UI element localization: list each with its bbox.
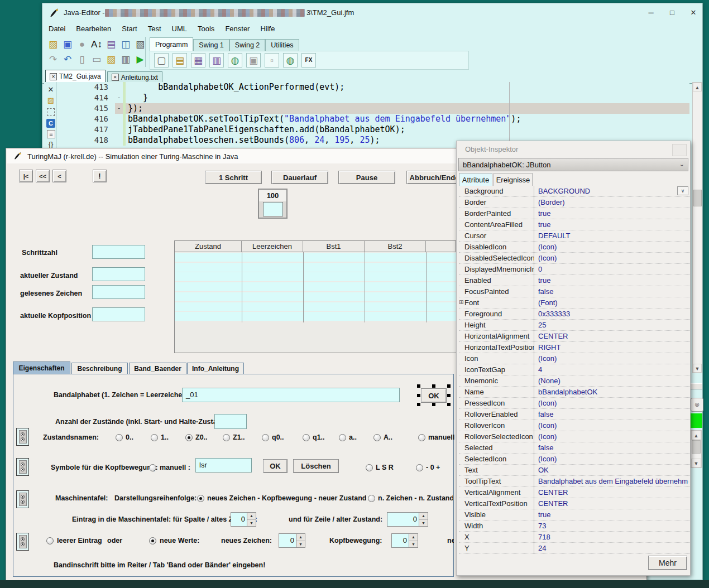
zustandsnamen-radio-0[interactable] bbox=[116, 434, 123, 441]
kopf-symbols-input[interactable]: lsr bbox=[195, 458, 252, 473]
machine-table[interactable]: ZustandLeerzeichenBst1Bst2 bbox=[174, 240, 457, 353]
tab-beschreibung[interactable]: Beschreibung bbox=[71, 363, 128, 374]
menu-item-hilfe[interactable]: Hilfe bbox=[260, 23, 275, 35]
font-size-icon[interactable]: A↕ bbox=[90, 38, 103, 50]
fold-marker-icon[interactable]: - bbox=[115, 93, 123, 103]
mehr-button[interactable]: Mehr bbox=[648, 556, 687, 570]
save-icon[interactable]: ▣ bbox=[61, 38, 74, 50]
menu-item-tools[interactable]: Tools bbox=[198, 23, 214, 35]
attribute-value[interactable]: (Icon) bbox=[538, 399, 688, 407]
menu-item-start[interactable]: Start bbox=[122, 23, 137, 35]
transport-button-0[interactable]: |< bbox=[19, 170, 33, 182]
maximize-button-icon[interactable]: □ bbox=[665, 7, 679, 18]
attribute-value[interactable]: CENTER bbox=[538, 332, 688, 340]
table-row[interactable] bbox=[175, 272, 456, 281]
attribute-value[interactable]: false bbox=[538, 287, 688, 296]
zustandsnamen-radio-2[interactable] bbox=[185, 434, 193, 441]
tab-eigenschaften[interactable]: Eigenschaften bbox=[13, 362, 70, 374]
palette-tab-utilities[interactable]: Utilities bbox=[265, 39, 299, 51]
neues-zeichen-spinner[interactable]: 0 ▲▼ bbox=[279, 533, 305, 548]
run-icon[interactable]: ▶ bbox=[134, 53, 146, 65]
console-icon[interactable]: ▦ bbox=[191, 53, 205, 68]
menu-item-fenster[interactable]: Fenster bbox=[225, 23, 250, 35]
bandalphabet-ok-button[interactable]: OK bbox=[421, 388, 447, 403]
attribute-row-mnemonic[interactable]: Mnemonic(None) bbox=[459, 375, 690, 387]
attribute-value[interactable]: (Icon) bbox=[538, 254, 688, 262]
attribute-value[interactable]: false bbox=[538, 444, 688, 452]
expand-icon[interactable]: ⊞ bbox=[459, 299, 463, 305]
darstellung-radio-1[interactable] bbox=[197, 495, 204, 502]
checker-icon[interactable]: ▯ bbox=[76, 53, 88, 65]
neue-werte-radio[interactable] bbox=[149, 537, 156, 544]
attribute-row-disabledselectedicon[interactable]: DisabledSelectedIcon(Icon) bbox=[459, 253, 690, 264]
javafx-icon[interactable]: FX bbox=[301, 53, 316, 68]
minimize-button-icon[interactable]: ─ bbox=[644, 7, 658, 18]
dock-close-icon[interactable]: ⊗ bbox=[691, 398, 703, 412]
japplet-icon[interactable]: ◍ bbox=[283, 53, 298, 68]
attribute-row-width[interactable]: Width73 bbox=[459, 520, 690, 532]
selection-handle[interactable] bbox=[447, 384, 451, 388]
attribute-row-cursor[interactable]: CursorDEFAULT bbox=[459, 230, 690, 242]
spinner-down-icon[interactable]: ▼ bbox=[419, 520, 428, 527]
attribute-row-icontextgap[interactable]: IconTextGap4 bbox=[459, 364, 690, 375]
attribute-value[interactable]: 0x333333 bbox=[538, 310, 688, 318]
attribute-row-focuspainted[interactable]: FocusPaintedfalse bbox=[459, 286, 690, 297]
attribute-value[interactable]: (Border) bbox=[538, 198, 688, 206]
anzahl-input[interactable] bbox=[214, 414, 247, 429]
action-button-abbruch-ende[interactable]: Abbruch/Ende bbox=[406, 171, 462, 184]
close-button-icon[interactable]: ✕ bbox=[686, 7, 701, 18]
wizard-icon[interactable]: ▭ bbox=[90, 53, 103, 65]
darstellung-radio-2[interactable] bbox=[368, 495, 375, 502]
bandalphabet-input[interactable]: _01 bbox=[182, 388, 400, 402]
attribute-row-name[interactable]: NamebBandalphabetOK bbox=[459, 387, 690, 398]
chevron-down-icon[interactable]: ∨ bbox=[677, 186, 688, 195]
scroll-down-icon[interactable]: ▼ bbox=[693, 364, 702, 373]
gui-form-icon[interactable]: ▥ bbox=[209, 53, 224, 68]
component-selector[interactable]: bBandalphabetOK: JButton ⌄ bbox=[458, 158, 688, 171]
attribute-row-rolloverselectedicon[interactable]: RolloverSelectedIcon(Icon) bbox=[459, 431, 690, 442]
attribute-value[interactable]: OK bbox=[538, 466, 688, 474]
action-button-pause[interactable]: Pause bbox=[338, 171, 395, 184]
kopf-lsr-radio[interactable] bbox=[366, 464, 373, 471]
zeile-spinner[interactable]: 0 ▲▼ bbox=[387, 512, 428, 527]
zustandsnamen-radio-3[interactable] bbox=[223, 434, 230, 441]
attribute-row-selected[interactable]: Selectedfalse bbox=[459, 442, 690, 454]
scroll-up-icon[interactable]: ▲ bbox=[693, 83, 702, 91]
attribute-value[interactable]: (Icon) bbox=[538, 455, 688, 463]
scrollbar-thumb[interactable] bbox=[692, 440, 701, 454]
kopf-mzp-radio[interactable] bbox=[416, 464, 423, 471]
inspector-tab-attribute[interactable]: Attribute bbox=[459, 173, 492, 186]
kopf-manuell-radio[interactable] bbox=[149, 464, 156, 471]
table-row[interactable] bbox=[175, 282, 456, 291]
scrollbar-thumb[interactable] bbox=[693, 190, 702, 206]
spalte-spinner[interactable]: 0 ▲▼ bbox=[231, 512, 256, 527]
zustandsnamen-radio-5[interactable] bbox=[303, 434, 310, 441]
attribute-row-disabledicon[interactable]: DisabledIcon(Icon) bbox=[459, 242, 690, 253]
selection-handle[interactable] bbox=[447, 403, 451, 406]
status-input-0[interactable] bbox=[92, 245, 145, 259]
scroll-up-icon[interactable]: ▲ bbox=[691, 431, 701, 440]
menu-item-bearbeiten[interactable]: Bearbeiten bbox=[76, 23, 111, 35]
attribute-value[interactable]: (None) bbox=[538, 377, 688, 385]
selection-handle[interactable] bbox=[417, 394, 420, 397]
zustandsnamen-radio-6[interactable] bbox=[339, 434, 346, 441]
zustandsnamen-radio-4[interactable] bbox=[262, 434, 269, 441]
attribute-value[interactable]: true bbox=[538, 209, 688, 218]
selection-handle[interactable] bbox=[417, 384, 420, 388]
status-input-3[interactable] bbox=[92, 307, 145, 321]
scroll-down-icon[interactable]: ▼ bbox=[691, 459, 701, 467]
selection-handle[interactable] bbox=[447, 394, 451, 397]
attribute-value[interactable]: (Icon) bbox=[538, 243, 688, 251]
attribute-value[interactable]: true bbox=[538, 276, 688, 285]
transport-button-2[interactable]: < bbox=[52, 170, 66, 182]
attribute-row-height[interactable]: Height25 bbox=[459, 320, 690, 331]
attribute-value[interactable]: Bandalphabet aus dem Eingabefeld überneh… bbox=[538, 477, 688, 485]
new-project-icon[interactable]: ▤ bbox=[173, 53, 187, 68]
attribute-value[interactable]: 0 bbox=[538, 265, 688, 273]
attribute-value[interactable]: 718 bbox=[538, 533, 688, 541]
tab-close-icon[interactable]: ✕ bbox=[50, 73, 57, 80]
selection-handle[interactable] bbox=[432, 384, 435, 388]
spinner-down-icon[interactable]: ▼ bbox=[247, 520, 256, 527]
kopf-loeschen-button[interactable]: Löschen bbox=[293, 459, 339, 473]
attribute-value[interactable]: 24 bbox=[538, 544, 688, 552]
